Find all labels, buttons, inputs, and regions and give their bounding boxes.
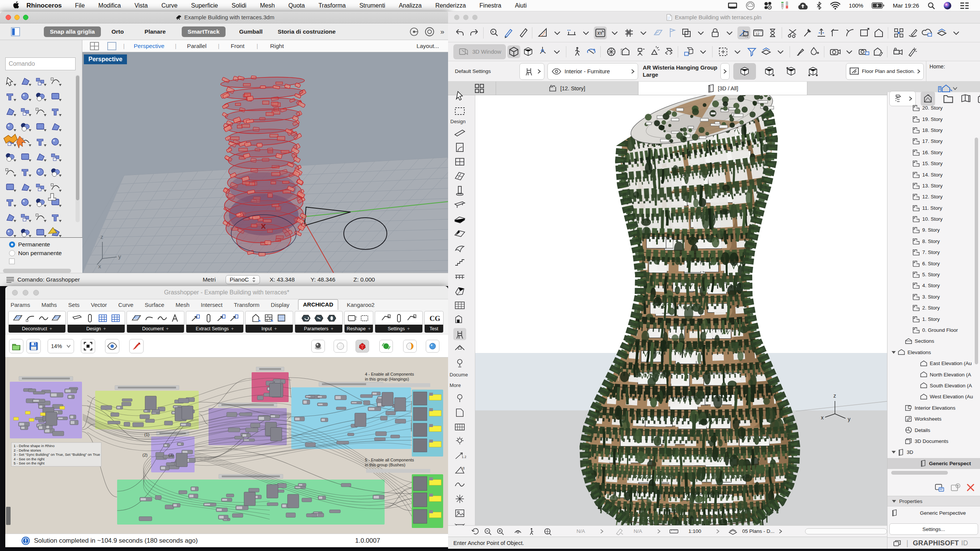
svg-text:12: 12 [756,32,759,36]
svg-text:x: x [821,414,824,420]
svg-text:y: y [848,416,850,422]
svg-text:5 - Enable all Components: 5 - Enable all Components [365,458,414,462]
svg-text:(1): (1) [144,432,149,437]
svg-text:y: y [118,253,121,260]
svg-text:in this group (Bushes): in this group (Bushes) [365,463,406,467]
svg-text:z: z [834,393,836,399]
svg-text:4 - Enable all Components: 4 - Enable all Components [365,372,414,376]
svg-text:1 - Define shape in Rhino: 1 - Define shape in Rhino [14,444,54,448]
svg-text:z: z [100,234,103,240]
svg-text:α: α [463,466,465,470]
svg-text:(3): (3) [169,453,173,457]
svg-text:1.2: 1.2 [462,455,466,459]
svg-text:3 - Set “Sync Building” on Tru: 3 - Set “Sync Building” on True, Set “Bu… [14,452,100,457]
svg-text:5 - See on the right: 5 - See on the right [14,461,45,465]
svg-text:2 - Define stories: 2 - Define stories [14,448,41,452]
svg-text:4 - See on the right: 4 - See on the right [14,457,45,461]
svg-text:in this group (Hangings): in this group (Hangings) [365,377,409,381]
svg-text:CG: CG [430,314,440,322]
svg-text:XY: XY [597,31,603,35]
svg-text:x: x [98,263,101,269]
svg-text:(2): (2) [142,453,147,457]
